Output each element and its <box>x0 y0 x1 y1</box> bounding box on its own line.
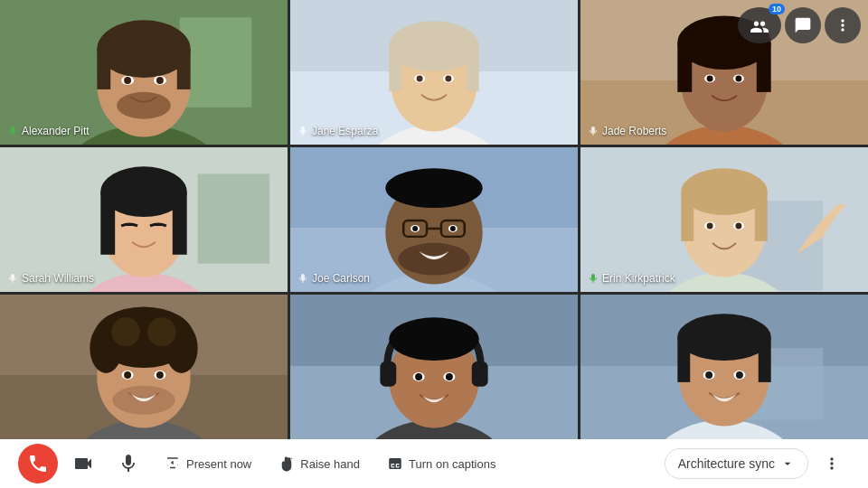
svg-point-5 <box>97 20 190 78</box>
svg-point-116 <box>677 314 770 361</box>
video-tile <box>290 295 578 439</box>
video-tile: Alexander Pitt <box>0 0 288 145</box>
captions-label: Turn on captions <box>409 457 495 471</box>
svg-point-121 <box>705 371 712 379</box>
present-now-button[interactable]: Present now <box>154 448 262 479</box>
svg-rect-81 <box>591 274 595 280</box>
svg-rect-13 <box>11 127 14 133</box>
top-bar: 10 <box>738 7 861 43</box>
chat-button[interactable] <box>785 7 821 43</box>
participant-name: Alexander Pitt <box>7 125 90 137</box>
svg-point-11 <box>156 77 164 84</box>
svg-point-20 <box>389 21 478 71</box>
raise-hand-label: Raise hand <box>300 457 360 471</box>
participant-name: Jane Esparza <box>297 125 378 137</box>
svg-point-10 <box>124 77 131 84</box>
video-tile: Sarah Williams <box>0 147 288 292</box>
more-options-button[interactable] <box>814 446 850 482</box>
svg-point-122 <box>736 371 743 379</box>
svg-point-105 <box>389 317 478 361</box>
svg-rect-49 <box>100 192 115 255</box>
svg-rect-118 <box>759 337 771 382</box>
video-tile: Erin Kirkpatrick <box>580 147 868 292</box>
mic-button[interactable] <box>108 444 148 483</box>
svg-point-40 <box>735 75 741 81</box>
svg-rect-7 <box>177 49 191 89</box>
svg-point-80 <box>735 222 741 229</box>
participants-button[interactable]: 10 <box>738 7 781 43</box>
present-now-label: Present now <box>186 457 251 471</box>
svg-rect-21 <box>389 46 401 91</box>
mic-icon <box>7 126 18 136</box>
svg-point-91 <box>111 317 140 346</box>
participant-name: Joe Carlson <box>297 272 370 285</box>
svg-point-109 <box>446 373 453 380</box>
more-options-top-button[interactable] <box>825 7 861 43</box>
svg-point-25 <box>417 75 423 81</box>
svg-rect-41 <box>591 127 595 133</box>
svg-rect-27 <box>301 127 305 133</box>
camera-button[interactable] <box>63 444 103 483</box>
svg-rect-76 <box>755 192 768 241</box>
mic-icon <box>297 126 308 136</box>
svg-rect-44 <box>198 174 270 263</box>
svg-rect-51 <box>11 274 14 280</box>
video-tile <box>0 295 288 439</box>
participant-name: Jade Roberts <box>588 125 666 137</box>
svg-rect-103 <box>380 361 396 387</box>
meeting-name-text: Architecture sync <box>678 456 775 471</box>
svg-point-26 <box>445 75 451 81</box>
video-tile: Jane Esparza <box>290 0 578 145</box>
svg-point-95 <box>124 371 131 379</box>
participant-name: Erin Kirkpatrick <box>588 272 675 285</box>
svg-point-74 <box>681 168 767 215</box>
svg-rect-75 <box>681 192 693 241</box>
end-call-button[interactable] <box>18 444 58 483</box>
video-tile: Joe Carlson <box>290 147 578 292</box>
svg-rect-6 <box>97 49 110 89</box>
svg-rect-50 <box>173 192 187 255</box>
svg-rect-117 <box>677 337 690 382</box>
captions-button[interactable]: Turn on captions <box>376 448 506 479</box>
svg-point-96 <box>156 371 164 379</box>
raise-hand-button[interactable]: Raise hand <box>268 448 371 479</box>
mic-icon <box>7 273 18 284</box>
svg-point-108 <box>415 373 422 380</box>
toolbar: Present now Raise hand Turn on captions … <box>0 439 868 488</box>
mic-icon <box>588 126 599 136</box>
video-grid: Alexander Pitt <box>0 0 868 439</box>
video-tile <box>580 295 868 439</box>
svg-rect-22 <box>467 46 479 91</box>
mic-icon <box>297 273 308 284</box>
participant-name: Sarah Williams <box>7 272 94 285</box>
svg-point-79 <box>707 222 713 229</box>
svg-point-39 <box>707 75 713 81</box>
svg-rect-35 <box>677 42 692 92</box>
svg-point-65 <box>412 226 418 231</box>
svg-point-12 <box>117 92 171 119</box>
meeting-name-button[interactable]: Architecture sync <box>665 448 808 479</box>
mic-icon <box>588 273 599 284</box>
svg-rect-104 <box>472 361 488 387</box>
svg-rect-36 <box>757 42 771 92</box>
svg-point-92 <box>147 317 176 346</box>
svg-point-58 <box>385 168 482 208</box>
svg-point-66 <box>450 226 456 231</box>
svg-rect-67 <box>301 274 305 280</box>
participant-count: 10 <box>769 4 785 14</box>
